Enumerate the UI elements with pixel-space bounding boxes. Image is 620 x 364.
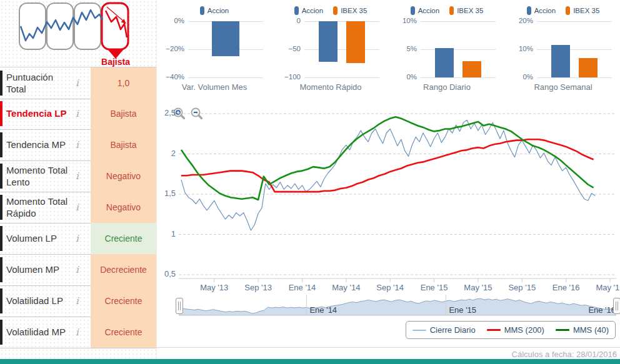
legend-item[interactable]: IBEX 35 [449,6,483,15]
legend-item[interactable]: IBEX 35 [566,6,599,15]
y-axis-tick: −20% [161,45,184,52]
sparkline-box-3 [74,3,101,49]
legend-line-swatch [556,329,569,331]
panel-divider [157,347,620,348]
info-icon[interactable]: i [76,77,79,89]
range-navigator[interactable]: Ene '14Ene '15Ene '16 [179,295,616,322]
svg-text:Ene '15: Ene '15 [449,305,476,315]
info-icon[interactable]: i [76,233,79,244]
legend-item[interactable]: Accion [527,6,556,15]
gridline [537,21,612,22]
row-accent-bar [0,320,2,345]
x-axis-label: May '15 [459,283,497,292]
row-accent-bar [0,164,2,189]
legend-item[interactable]: Accion [294,6,324,15]
legend-item[interactable]: MMS (40) [556,325,609,335]
score-row-value: Creciente [91,223,156,254]
mini-chart-var-volumen-mes: Accion0%−20%−40%Var. Volumen Mes [161,2,268,96]
info-icon[interactable]: i [76,139,79,150]
y-axis-tick: −100 [277,73,301,81]
info-icon[interactable]: i [76,108,79,119]
y-axis-tick: 0% [393,73,417,81]
mini-chart-momento-r-pido: AccionIBEX 350−50−100Momento Rápido [277,2,384,96]
score-row: Momento Total LentoiNegativo [0,160,156,192]
chart-panel: Accion0%−20%−40%Var. Volumen MesAccionIB… [156,0,620,359]
mini-chart-title: Var. Volumen Mes [161,82,268,92]
info-icon[interactable]: i [76,264,79,275]
legend-marker-icon [294,6,299,15]
bar-accion [551,45,570,77]
row-accent-bar [0,257,2,282]
gridline [537,77,612,78]
legend-label: MMS (40) [573,325,609,335]
gridline [304,77,379,78]
score-row-label: Volumen LP [6,232,72,244]
score-row: Puntuación Totali1,0 [0,67,156,99]
score-row-value: Negativo [91,160,156,192]
legend-item[interactable]: MMS (200) [487,325,544,335]
mini-chart-title: Rango Diario [393,82,501,92]
legend-item[interactable]: IBEX 35 [333,6,367,15]
score-row-label: Puntuación Total [6,71,72,95]
y-axis-tick: 0% [161,17,184,24]
bar-ibex-35 [579,58,598,77]
legend-label: Accion [208,7,229,14]
series-cierre-diario [181,120,596,230]
x-axis-label: Ene '14 [283,283,321,292]
row-accent-bar [0,132,2,157]
row-accent-bar [0,288,2,313]
score-row: Volatilidad LPiCreciente [0,285,156,317]
legend-label: Accion [534,7,556,14]
mini-chart-rango-diario: AccionIBEX 3510%5%0%Rango Diario [393,2,501,96]
bar-accion [212,21,239,56]
y-axis-tick: 5% [393,45,417,52]
x-axis-label: May '13 [196,283,233,292]
y-axis-label: 1 [157,229,176,239]
legend-item[interactable]: Accion [200,6,229,15]
series-legend: Cierre DiarioMMS (200)MMS (40) [406,321,616,339]
mini-chart-legend: AccionIBEX 35 [277,6,384,15]
x-axis-label: Ene '15 [416,283,453,292]
legend-item[interactable]: Accion [411,6,440,15]
score-row: Momento Total RápidoiNegativo [0,192,156,224]
row-accent-bar [0,101,2,126]
navigator-right-handle[interactable] [613,298,620,314]
x-axis-label: May '14 [328,283,365,292]
mini-charts-row: Accion0%−20%−40%Var. Volumen MesAccionIB… [161,2,617,96]
legend-label: Cierre Diario [430,325,476,335]
x-axis-label: Ene '16 [548,283,585,292]
svg-text:Ene '14: Ene '14 [309,305,337,315]
info-icon[interactable]: i [76,202,79,213]
gridline [421,21,496,22]
info-icon[interactable]: i [76,170,79,182]
score-row-value: Bajista [91,98,156,129]
legend-line-swatch [412,330,426,331]
gridline [304,49,379,50]
y-axis-tick: 20% [509,17,533,24]
y-axis-label: 0,5 [157,269,176,278]
legend-item[interactable]: Cierre Diario [412,325,476,335]
score-row-label: Momento Total Lento [6,164,72,188]
info-icon[interactable]: i [76,327,79,338]
score-row-label: Momento Total Rápido [6,195,72,219]
score-row-value: Creciente [91,317,156,348]
series-mms-40- [181,117,594,200]
price-chart[interactable] [179,105,616,288]
mini-chart-title: Momento Rápido [277,82,384,92]
bar-ibex-35 [462,61,481,77]
score-row-label: Volatilidad LP [6,295,72,307]
navigator-left-handle[interactable] [176,298,183,314]
info-icon[interactable]: i [76,295,79,307]
row-accent-bar [0,226,2,251]
legend-line-swatch [487,329,501,331]
legend-label: IBEX 35 [341,7,367,14]
score-row: Volatilidad MPiCreciente [0,317,156,348]
y-axis-label: 2 [157,149,176,158]
navigator-area [179,298,616,315]
score-row-value: 1,0 [91,67,156,99]
y-axis-label: 2,5 [157,108,176,117]
calculation-date: Cálculos a fecha: 28/01/2016 [512,350,617,359]
score-panel: Bajista Puntuación Totali1,0Tendencia LP… [0,0,156,359]
score-row: Volumen MPiDecreciente [0,254,156,286]
score-row: Volumen LPiCreciente [0,223,156,255]
